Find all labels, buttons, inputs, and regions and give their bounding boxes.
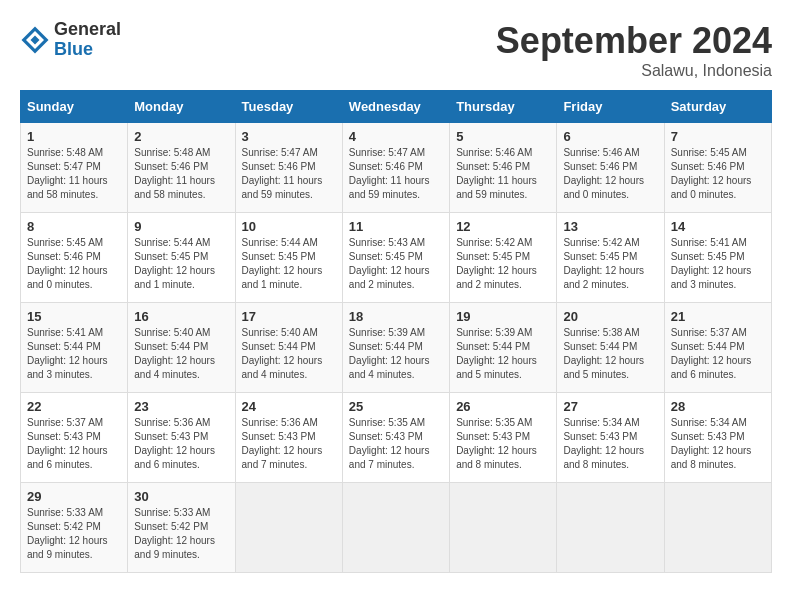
calendar-cell: 11Sunrise: 5:43 AM Sunset: 5:45 PM Dayli… (342, 213, 449, 303)
calendar-cell: 9Sunrise: 5:44 AM Sunset: 5:45 PM Daylig… (128, 213, 235, 303)
calendar-cell: 30Sunrise: 5:33 AM Sunset: 5:42 PM Dayli… (128, 483, 235, 573)
day-info: Sunrise: 5:37 AM Sunset: 5:44 PM Dayligh… (671, 326, 765, 382)
day-number: 14 (671, 219, 765, 234)
day-info: Sunrise: 5:46 AM Sunset: 5:46 PM Dayligh… (563, 146, 657, 202)
weekday-header-wednesday: Wednesday (342, 91, 449, 123)
calendar-cell: 24Sunrise: 5:36 AM Sunset: 5:43 PM Dayli… (235, 393, 342, 483)
calendar-cell: 14Sunrise: 5:41 AM Sunset: 5:45 PM Dayli… (664, 213, 771, 303)
day-number: 13 (563, 219, 657, 234)
day-info: Sunrise: 5:37 AM Sunset: 5:43 PM Dayligh… (27, 416, 121, 472)
calendar-cell (664, 483, 771, 573)
day-number: 27 (563, 399, 657, 414)
day-number: 24 (242, 399, 336, 414)
weekday-header-tuesday: Tuesday (235, 91, 342, 123)
day-info: Sunrise: 5:47 AM Sunset: 5:46 PM Dayligh… (349, 146, 443, 202)
calendar-week-3: 15Sunrise: 5:41 AM Sunset: 5:44 PM Dayli… (21, 303, 772, 393)
calendar-cell: 6Sunrise: 5:46 AM Sunset: 5:46 PM Daylig… (557, 123, 664, 213)
calendar-week-1: 1Sunrise: 5:48 AM Sunset: 5:47 PM Daylig… (21, 123, 772, 213)
calendar-body: 1Sunrise: 5:48 AM Sunset: 5:47 PM Daylig… (21, 123, 772, 573)
calendar-cell: 4Sunrise: 5:47 AM Sunset: 5:46 PM Daylig… (342, 123, 449, 213)
day-number: 28 (671, 399, 765, 414)
calendar-cell (342, 483, 449, 573)
day-info: Sunrise: 5:40 AM Sunset: 5:44 PM Dayligh… (242, 326, 336, 382)
day-info: Sunrise: 5:47 AM Sunset: 5:46 PM Dayligh… (242, 146, 336, 202)
calendar-cell: 5Sunrise: 5:46 AM Sunset: 5:46 PM Daylig… (450, 123, 557, 213)
calendar-cell: 10Sunrise: 5:44 AM Sunset: 5:45 PM Dayli… (235, 213, 342, 303)
day-number: 10 (242, 219, 336, 234)
calendar-cell: 28Sunrise: 5:34 AM Sunset: 5:43 PM Dayli… (664, 393, 771, 483)
day-info: Sunrise: 5:40 AM Sunset: 5:44 PM Dayligh… (134, 326, 228, 382)
day-number: 16 (134, 309, 228, 324)
calendar-cell: 25Sunrise: 5:35 AM Sunset: 5:43 PM Dayli… (342, 393, 449, 483)
weekday-header-friday: Friday (557, 91, 664, 123)
day-number: 11 (349, 219, 443, 234)
day-number: 2 (134, 129, 228, 144)
calendar-cell (235, 483, 342, 573)
day-info: Sunrise: 5:33 AM Sunset: 5:42 PM Dayligh… (27, 506, 121, 562)
logo-text: General Blue (54, 20, 121, 60)
day-info: Sunrise: 5:48 AM Sunset: 5:47 PM Dayligh… (27, 146, 121, 202)
day-number: 1 (27, 129, 121, 144)
page-header: General Blue September 2024 Salawu, Indo… (20, 20, 772, 80)
calendar-cell: 19Sunrise: 5:39 AM Sunset: 5:44 PM Dayli… (450, 303, 557, 393)
day-info: Sunrise: 5:38 AM Sunset: 5:44 PM Dayligh… (563, 326, 657, 382)
day-info: Sunrise: 5:42 AM Sunset: 5:45 PM Dayligh… (563, 236, 657, 292)
weekday-header-sunday: Sunday (21, 91, 128, 123)
weekday-header-saturday: Saturday (664, 91, 771, 123)
calendar-cell: 16Sunrise: 5:40 AM Sunset: 5:44 PM Dayli… (128, 303, 235, 393)
day-info: Sunrise: 5:44 AM Sunset: 5:45 PM Dayligh… (242, 236, 336, 292)
calendar-cell: 12Sunrise: 5:42 AM Sunset: 5:45 PM Dayli… (450, 213, 557, 303)
day-number: 4 (349, 129, 443, 144)
weekday-header-row: SundayMondayTuesdayWednesdayThursdayFrid… (21, 91, 772, 123)
day-number: 8 (27, 219, 121, 234)
day-info: Sunrise: 5:45 AM Sunset: 5:46 PM Dayligh… (671, 146, 765, 202)
day-info: Sunrise: 5:39 AM Sunset: 5:44 PM Dayligh… (349, 326, 443, 382)
calendar-cell: 7Sunrise: 5:45 AM Sunset: 5:46 PM Daylig… (664, 123, 771, 213)
logo-icon (20, 25, 50, 55)
day-info: Sunrise: 5:45 AM Sunset: 5:46 PM Dayligh… (27, 236, 121, 292)
calendar-cell: 23Sunrise: 5:36 AM Sunset: 5:43 PM Dayli… (128, 393, 235, 483)
weekday-header-monday: Monday (128, 91, 235, 123)
calendar-cell (450, 483, 557, 573)
calendar-cell: 15Sunrise: 5:41 AM Sunset: 5:44 PM Dayli… (21, 303, 128, 393)
day-number: 15 (27, 309, 121, 324)
logo: General Blue (20, 20, 121, 60)
calendar-cell: 8Sunrise: 5:45 AM Sunset: 5:46 PM Daylig… (21, 213, 128, 303)
calendar-cell: 1Sunrise: 5:48 AM Sunset: 5:47 PM Daylig… (21, 123, 128, 213)
day-info: Sunrise: 5:48 AM Sunset: 5:46 PM Dayligh… (134, 146, 228, 202)
logo-general-text: General (54, 20, 121, 40)
calendar-cell: 20Sunrise: 5:38 AM Sunset: 5:44 PM Dayli… (557, 303, 664, 393)
location: Salawu, Indonesia (496, 62, 772, 80)
day-number: 9 (134, 219, 228, 234)
logo-blue-text: Blue (54, 40, 121, 60)
day-number: 22 (27, 399, 121, 414)
day-number: 6 (563, 129, 657, 144)
calendar-cell: 21Sunrise: 5:37 AM Sunset: 5:44 PM Dayli… (664, 303, 771, 393)
day-number: 30 (134, 489, 228, 504)
calendar-cell: 18Sunrise: 5:39 AM Sunset: 5:44 PM Dayli… (342, 303, 449, 393)
calendar-week-2: 8Sunrise: 5:45 AM Sunset: 5:46 PM Daylig… (21, 213, 772, 303)
day-info: Sunrise: 5:36 AM Sunset: 5:43 PM Dayligh… (134, 416, 228, 472)
day-number: 18 (349, 309, 443, 324)
day-info: Sunrise: 5:41 AM Sunset: 5:44 PM Dayligh… (27, 326, 121, 382)
calendar-cell: 3Sunrise: 5:47 AM Sunset: 5:46 PM Daylig… (235, 123, 342, 213)
day-number: 25 (349, 399, 443, 414)
calendar-week-4: 22Sunrise: 5:37 AM Sunset: 5:43 PM Dayli… (21, 393, 772, 483)
day-info: Sunrise: 5:34 AM Sunset: 5:43 PM Dayligh… (563, 416, 657, 472)
title-block: September 2024 Salawu, Indonesia (496, 20, 772, 80)
day-number: 5 (456, 129, 550, 144)
day-number: 21 (671, 309, 765, 324)
calendar-cell: 22Sunrise: 5:37 AM Sunset: 5:43 PM Dayli… (21, 393, 128, 483)
calendar-cell: 13Sunrise: 5:42 AM Sunset: 5:45 PM Dayli… (557, 213, 664, 303)
day-number: 12 (456, 219, 550, 234)
day-number: 19 (456, 309, 550, 324)
calendar-cell: 27Sunrise: 5:34 AM Sunset: 5:43 PM Dayli… (557, 393, 664, 483)
day-number: 17 (242, 309, 336, 324)
calendar-cell: 26Sunrise: 5:35 AM Sunset: 5:43 PM Dayli… (450, 393, 557, 483)
day-info: Sunrise: 5:39 AM Sunset: 5:44 PM Dayligh… (456, 326, 550, 382)
day-number: 20 (563, 309, 657, 324)
day-info: Sunrise: 5:35 AM Sunset: 5:43 PM Dayligh… (349, 416, 443, 472)
day-info: Sunrise: 5:33 AM Sunset: 5:42 PM Dayligh… (134, 506, 228, 562)
day-info: Sunrise: 5:36 AM Sunset: 5:43 PM Dayligh… (242, 416, 336, 472)
calendar-week-5: 29Sunrise: 5:33 AM Sunset: 5:42 PM Dayli… (21, 483, 772, 573)
